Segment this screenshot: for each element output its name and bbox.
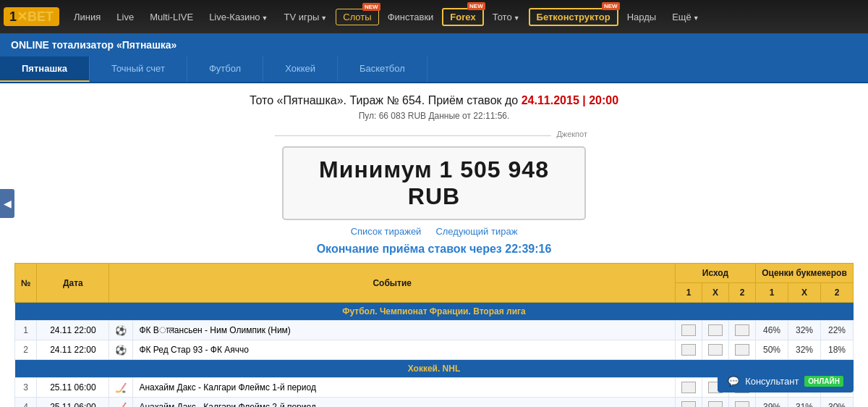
logo[interactable]: 1✕BET xyxy=(4,7,59,26)
row-date: 24.11 22:00 xyxy=(37,321,109,340)
new-badge-forex: NEW xyxy=(467,2,485,10)
sport-icon: 🏒 xyxy=(109,378,133,398)
scroll-left-button[interactable]: ◀ xyxy=(0,189,14,218)
tab-tochny-schet[interactable]: Точный счет xyxy=(90,56,187,82)
col-odds-2: 2 xyxy=(821,283,854,303)
dropdown-arrow-icon: ▼ xyxy=(262,14,268,22)
checkbox-1[interactable] xyxy=(676,321,702,340)
new-badge: NEW xyxy=(362,3,380,11)
odds-2: 18% xyxy=(821,340,854,360)
tab-basketball[interactable]: Баскетбол xyxy=(338,56,427,82)
col-date: Дата xyxy=(37,264,109,303)
jackpot-links: Список тиражей Следующий тираж xyxy=(14,226,854,237)
nav-liniya[interactable]: Линия xyxy=(67,9,108,25)
odds-1: 50% xyxy=(756,340,788,360)
consultant-widget[interactable]: 💬 Консультант ОНЛАЙН xyxy=(718,370,854,393)
jackpot-label: Джекпот xyxy=(556,130,587,138)
row-date: 25.11 06:00 xyxy=(37,378,109,398)
toto-title: Тото «Пятнашка». Тираж № 654. Приём став… xyxy=(14,94,854,107)
checkbox-1[interactable] xyxy=(676,378,702,398)
tab-hockey[interactable]: Хоккей xyxy=(263,56,338,82)
online-badge: ОНЛАЙН xyxy=(804,376,843,387)
odds-x: 32% xyxy=(788,340,821,360)
col-outcome-1: 1 xyxy=(676,283,702,303)
row-event: ФК Вालансьен - Ним Олимпик (Ним) xyxy=(133,321,676,340)
nav-forex-wrapper: NEW Forex xyxy=(442,8,483,26)
row-num: 1 xyxy=(15,321,37,340)
odds-2: 30% xyxy=(821,398,854,408)
checkbox-2[interactable] xyxy=(729,321,756,340)
row-num: 2 xyxy=(15,340,37,360)
checkbox-2[interactable] xyxy=(729,398,756,408)
nav-nardy[interactable]: Нарды xyxy=(620,9,663,25)
nav-forex[interactable]: Forex xyxy=(442,8,483,26)
logo-text: 1 xyxy=(9,9,17,24)
checkbox-x[interactable] xyxy=(702,340,729,360)
tab-football[interactable]: Футбол xyxy=(187,56,263,82)
checkbox-x[interactable] xyxy=(702,398,729,408)
sport-icon: ⚽ xyxy=(109,321,133,340)
page-header: ONLINE тотализатор «Пятнашка» xyxy=(0,33,868,56)
col-odds-group: Оценки букмекеров xyxy=(756,264,854,283)
row-event: Анахайм Дакс - Калгари Флеймс 2-й период xyxy=(133,398,676,408)
row-num: 4 xyxy=(15,398,37,408)
nav-finstaki[interactable]: Финставки xyxy=(380,9,441,25)
tabs-bar: Пятнашка Точный счет Футбол Хоккей Баске… xyxy=(0,56,868,83)
toto-subtitle: Пул: 66 083 RUB Данные от 22:11:56. xyxy=(14,111,854,121)
nav-betconstructor[interactable]: Бетконструктор xyxy=(529,8,618,26)
nav-slots[interactable]: Слоты xyxy=(336,9,378,25)
top-navigation: 1✕BET Линия Live Multi-LIVE Live-Казино▼… xyxy=(0,0,868,33)
consultant-label: Консультант xyxy=(745,376,799,387)
col-iskhod-group: Исход xyxy=(676,264,756,283)
dropdown-arrow-more-icon: ▼ xyxy=(693,14,699,22)
table-row: 4 25.11 06:00 🏒 Анахайм Дакс - Калгари Ф… xyxy=(15,398,854,408)
row-num: 3 xyxy=(15,378,37,398)
nav-betconstructor-wrapper: NEW Бетконструктор xyxy=(529,8,618,26)
nav-multilive[interactable]: Multi-LIVE xyxy=(142,9,200,25)
checkbox-x[interactable] xyxy=(702,321,729,340)
jackpot-amount: Минимум 1 505 948 RUB xyxy=(298,156,570,210)
nav-more[interactable]: Ещё▼ xyxy=(665,9,707,25)
checkbox-1[interactable] xyxy=(676,340,702,360)
table-row: 2 24.11 22:00 ⚽ ФК Ред Стар 93 - ФК Аячч… xyxy=(15,340,854,360)
toto-deadline: 24.11.2015 | 20:00 xyxy=(522,94,618,106)
nav-tv-games[interactable]: TV игры▼ xyxy=(277,9,335,25)
sport-icon: 🏒 xyxy=(109,398,133,408)
table-row: 1 24.11 22:00 ⚽ ФК Вालансьен - Ним Олимп… xyxy=(15,321,854,340)
row-date: 25.11 06:00 xyxy=(37,398,109,408)
consultant-icon: 💬 xyxy=(728,376,739,387)
col-odds-x: X xyxy=(788,283,821,303)
odds-1: 39% xyxy=(756,398,788,408)
tab-pyatnashka[interactable]: Пятнашка xyxy=(0,56,90,82)
nav-live[interactable]: Live xyxy=(109,9,141,25)
group-header: Футбол. Чемпионат Франции. Вторая лига xyxy=(15,303,854,321)
nav-slots-wrapper: NEW Слоты xyxy=(336,9,378,25)
nav-toto[interactable]: Тото▼ xyxy=(485,9,527,25)
row-date: 24.11 22:00 xyxy=(37,340,109,360)
main-content: ONLINE тотализатор «Пятнашка» Пятнашка Т… xyxy=(0,33,868,407)
logo-accent: ✕BET xyxy=(17,9,54,24)
jackpot-box: Минимум 1 505 948 RUB xyxy=(282,146,586,220)
row-event: Анахайм Дакс - Калгари Флеймс 1-й период xyxy=(133,378,676,398)
nav-live-casino[interactable]: Live-Казино▼ xyxy=(202,9,275,25)
sport-icon: ⚽ xyxy=(109,340,133,360)
link-list-draws[interactable]: Список тиражей xyxy=(351,226,422,237)
odds-x: 32% xyxy=(788,321,821,340)
col-odds-1: 1 xyxy=(756,283,788,303)
odds-2: 22% xyxy=(821,321,854,340)
col-outcome-x: X xyxy=(702,283,729,303)
new-badge-bet: NEW xyxy=(602,2,620,10)
dropdown-arrow-toto-icon: ▼ xyxy=(514,14,520,22)
page-header-text: ONLINE тотализатор «Пятнашка» xyxy=(11,39,176,51)
col-num: № xyxy=(15,264,37,303)
odds-x: 31% xyxy=(788,398,821,408)
checkbox-2[interactable] xyxy=(729,340,756,360)
countdown-timer: Окончание приёма ставок через 22:39:16 xyxy=(14,243,854,256)
link-next-draw[interactable]: Следующий тираж xyxy=(435,226,517,237)
row-event: ФК Ред Стар 93 - ФК Аяччо xyxy=(133,340,676,360)
checkbox-1[interactable] xyxy=(676,398,702,408)
col-outcome-2: 2 xyxy=(729,283,756,303)
dropdown-arrow-icon: ▼ xyxy=(320,14,327,22)
toto-main-area: Тото «Пятнашка». Тираж № 654. Приём став… xyxy=(0,83,868,407)
odds-1: 46% xyxy=(756,321,788,340)
